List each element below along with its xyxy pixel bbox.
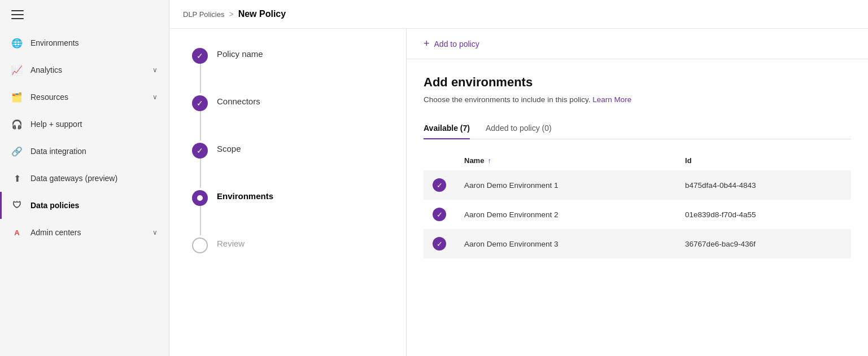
shield-icon: 🛡 (11, 200, 23, 211)
col-header-name[interactable]: Name ↑ (455, 151, 676, 170)
step-policy-name: ✓ Policy name (192, 46, 383, 64)
step-circle-review (192, 238, 208, 253)
breadcrumb: DLP Policies > New Policy (169, 0, 868, 29)
table-row[interactable]: ✓ Aaron Demo Environment 3 36767de6-bac9… (424, 229, 851, 258)
right-panel: + Add to policy Add environments Choose … (407, 29, 868, 356)
sidebar-item-label: Resources (30, 93, 145, 102)
step-label-review: Review (217, 235, 245, 248)
step-circle-policy-name: ✓ (192, 48, 208, 64)
col-header-id: Id (676, 151, 851, 170)
section-title: Add environments (424, 75, 851, 90)
content-area: ✓ Policy name ✓ Connectors ✓ Scope (169, 29, 868, 356)
tab-available[interactable]: Available (7) (424, 118, 470, 139)
sidebar: 🌐 Environments 📈 Analytics ∨ 🗂️ Resource… (0, 0, 169, 356)
sidebar-item-resources[interactable]: 🗂️ Resources ∨ (0, 83, 169, 111)
sidebar-item-analytics[interactable]: 📈 Analytics ∨ (0, 56, 169, 83)
sort-arrow-icon: ↑ (487, 157, 491, 165)
sidebar-item-help-support[interactable]: 🎧 Help + support (0, 111, 169, 138)
check-circle-icon: ✓ (433, 178, 446, 192)
check-icon: ✓ (197, 99, 203, 108)
sidebar-item-data-gateways[interactable]: ⬆ Data gateways (preview) (0, 165, 169, 192)
step-label-policy-name: Policy name (217, 46, 263, 59)
breadcrumb-parent[interactable]: DLP Policies (183, 10, 224, 19)
chevron-down-icon: ∨ (152, 93, 158, 101)
breadcrumb-separator: > (229, 10, 233, 19)
hamburger-button[interactable] (0, 0, 169, 29)
table-row[interactable]: ✓ Aaron Demo Environment 1 b475dfa4-0b44… (424, 170, 851, 200)
section-description: Choose the environments to include in th… (424, 95, 851, 104)
breadcrumb-current: New Policy (238, 9, 286, 19)
resources-icon: 🗂️ (11, 91, 23, 103)
sidebar-item-label: Data gateways (preview) (30, 174, 158, 183)
add-to-policy-bar: + Add to policy (407, 29, 868, 59)
sidebar-nav: 🌐 Environments 📈 Analytics ∨ 🗂️ Resource… (0, 29, 169, 356)
sidebar-item-label: Analytics (30, 65, 145, 74)
env-name-cell: Aaron Demo Environment 2 (455, 200, 676, 229)
col-header-check (424, 151, 455, 170)
dot-icon (197, 195, 203, 201)
sidebar-item-label: Admin centers (30, 228, 145, 237)
env-content: Add environments Choose the environments… (407, 59, 868, 274)
sidebar-item-label: Environments (30, 38, 158, 47)
add-to-policy-button[interactable]: + Add to policy (424, 38, 479, 50)
sidebar-item-label: Data policies (30, 201, 158, 210)
tab-added-to-policy[interactable]: Added to policy (0) (486, 118, 552, 139)
table-row[interactable]: ✓ Aaron Demo Environment 2 01e839d8-f70d… (424, 200, 851, 229)
check-circle-icon: ✓ (433, 208, 446, 221)
chevron-down-icon: ∨ (152, 66, 158, 74)
env-id-cell: b475dfa4-0b44-4843 (676, 170, 851, 200)
learn-more-link[interactable]: Learn More (592, 95, 631, 104)
analytics-icon: 📈 (11, 64, 23, 76)
hamburger-icon (11, 10, 24, 19)
step-circle-scope: ✓ (192, 143, 208, 159)
check-icon: ✓ (197, 51, 203, 60)
globe-icon: 🌐 (11, 37, 23, 49)
step-label-connectors: Connectors (217, 93, 260, 106)
step-circle-environments (192, 190, 208, 206)
add-to-policy-label: Add to policy (434, 39, 479, 49)
step-circle-connectors: ✓ (192, 95, 208, 111)
row-check-cell: ✓ (424, 200, 455, 229)
step-label-scope: Scope (217, 140, 241, 153)
gateway-icon: ⬆ (11, 173, 23, 184)
env-name-cell: Aaron Demo Environment 3 (455, 229, 676, 258)
environments-table: Name ↑ Id ✓ Aaron Demo Environment 1 b47… (424, 151, 851, 258)
sidebar-item-label: Data integration (30, 147, 158, 156)
sidebar-item-label: Help + support (30, 120, 158, 129)
step-review: Review (192, 235, 383, 253)
step-environments: Environments (192, 188, 383, 206)
env-id-cell: 01e839d8-f70d-4a55 (676, 200, 851, 229)
check-icon: ✓ (197, 146, 203, 155)
row-check-cell: ✓ (424, 229, 455, 258)
env-name-cell: Aaron Demo Environment 1 (455, 170, 676, 200)
row-check-cell: ✓ (424, 170, 455, 200)
chevron-down-icon: ∨ (152, 228, 158, 236)
plus-icon: + (424, 38, 430, 50)
headset-icon: 🎧 (11, 118, 23, 130)
step-label-environments: Environments (217, 188, 273, 201)
main-content: DLP Policies > New Policy ✓ Policy name … (169, 0, 868, 356)
integration-icon: 🔗 (11, 146, 23, 157)
steps-panel: ✓ Policy name ✓ Connectors ✓ Scope (169, 29, 407, 356)
admin-icon: A (11, 227, 23, 238)
check-circle-icon: ✓ (433, 237, 446, 250)
sidebar-item-environments[interactable]: 🌐 Environments (0, 29, 169, 56)
env-id-cell: 36767de6-bac9-436f (676, 229, 851, 258)
sidebar-item-data-integration[interactable]: 🔗 Data integration (0, 138, 169, 165)
sidebar-item-admin-centers[interactable]: A Admin centers ∨ (0, 219, 169, 246)
step-connectors: ✓ Connectors (192, 93, 383, 111)
step-scope: ✓ Scope (192, 140, 383, 159)
sidebar-item-data-policies[interactable]: 🛡 Data policies (0, 192, 169, 219)
tabs: Available (7) Added to policy (0) (424, 117, 851, 139)
